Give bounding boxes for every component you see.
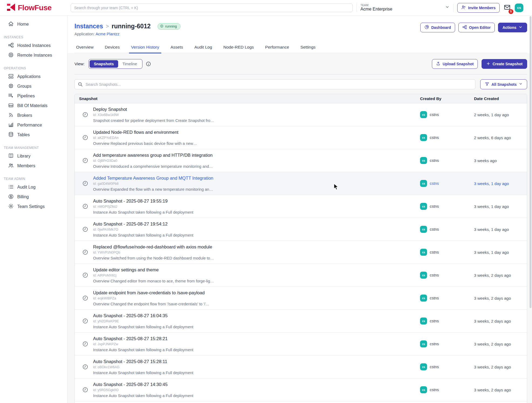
snapshot-id: id: yN2DReKP9E [93,319,193,323]
snapshot-search-input[interactable] [74,79,475,89]
applications-icon [8,73,14,80]
tab[interactable]: Assets [170,43,184,53]
creator-name: cstns [430,365,439,369]
chevron-down-icon [519,82,523,87]
toggle-snapshots[interactable]: Snapshots [90,60,118,68]
snapshot-description: Instance Auto Snapshot taken following a… [93,325,193,329]
sidebar-item-brokers[interactable]: Brokers [0,111,67,120]
table-row[interactable]: Auto Snapshot - 2025-08-27 19:54:12 id: … [75,218,527,241]
team-search-input[interactable] [71,4,353,12]
table-row[interactable]: Update endpoint from /save-credentials t… [75,287,527,310]
sidebar-item-bill-of-materials[interactable]: Bill Of Materials [0,101,67,111]
sidebar-item-team-settings[interactable]: Team Settings [0,202,67,211]
snapshot-title[interactable]: Auto Snapshot - 2025-08-27 15:28:21 [93,336,193,341]
tab[interactable]: Overview [76,43,94,53]
notification-count-badge: 5 [509,9,513,14]
breadcrumb-instances-link[interactable]: Instances [74,23,103,30]
snapshot-title[interactable]: Auto Snapshot - 2025-08-27 15:28:11 [93,359,193,364]
tab[interactable]: Audit Log [194,43,213,53]
upload-snapshot-label: Upload Snapshot [443,62,474,66]
actions-button-label: Actions [503,25,516,30]
tab[interactable]: Version History [131,43,160,53]
snapshot-description: Overview Changed the endpoint flow from … [93,302,209,306]
table-row[interactable]: Updated Node-RED flows and environment i… [75,126,527,149]
vertical-scrollbar[interactable] [530,16,531,308]
info-icon[interactable] [146,61,151,67]
table-row[interactable]: Deploy Snapshot id: X3o6Bw1k9W Snapshot … [75,103,527,126]
creator-name: cstns [430,250,439,254]
creator-name: cstns [430,227,439,231]
divider [74,74,527,74]
date-created: 2 weeks, 6 days ago [474,135,527,140]
sidebar-item-groups[interactable]: Groups [0,81,67,91]
upload-icon [436,61,441,67]
audit-log-icon [8,184,14,191]
team-selector[interactable]: TEAM: Acme Enterprise [360,4,449,12]
table-row[interactable]: Auto Snapshot - 2025-08-27 15:28:11 id: … [75,356,527,378]
sidebar-item-label: Team Settings [17,204,45,209]
open-editor-button[interactable]: Open Editor [458,23,495,32]
tab[interactable]: Performance [265,43,290,53]
snapshot-id: id: X3o6Bw1k9W [93,113,214,117]
actions-button[interactable]: Actions [498,23,527,32]
snapshot-title[interactable]: Added Temperature Awareness Group and MQ… [93,176,213,181]
creator-avatar: cs [420,226,427,233]
sidebar-item-audit-log[interactable]: Audit Log [0,182,67,192]
sidebar-item-pipelines[interactable]: Pipelines [0,91,67,101]
snapshot-title[interactable]: Add temperature awareness group and HTTP… [93,153,213,158]
snapshot-title[interactable]: Auto Snapshot - 2025-08-27 16:04:35 [93,313,193,318]
sidebar-item-billing[interactable]: Billing [0,192,67,202]
sidebar-item-hosted-instances[interactable]: Hosted Instances [0,41,67,50]
table-row[interactable]: Add temperature awareness group and HTTP… [75,149,527,172]
notifications-button[interactable]: 5 [503,4,511,12]
breadcrumb: Instances > running-6012 running [74,23,180,30]
tab[interactable]: Devices [104,43,120,53]
library-icon [8,153,14,160]
snapshot-title[interactable]: Update editor settings and theme [93,267,214,272]
table-row[interactable]: Auto Snapshot - 2025-08-27 14:30:45 id: … [75,378,527,401]
snapshot-description: Overview Replaced previous basic device … [93,141,197,146]
sidebar-item-home[interactable]: Home [0,19,67,29]
sidebar-item-applications[interactable]: Applications [0,72,67,81]
table-row[interactable]: Auto Snapshot - 2025-08-27 15:28:21 id: … [75,333,527,356]
tab[interactable]: Settings [300,43,316,53]
snapshot-id: id: nMGP0jZ6dJ [93,205,193,209]
snapshot-title[interactable]: Updated Node-RED flows and environment [93,130,197,135]
invite-members-button[interactable]: Invite Members [457,3,500,13]
user-avatar[interactable]: cs [515,4,523,12]
toggle-timeline[interactable]: Timeline [118,60,141,68]
dashboard-button[interactable]: Dashboard [420,23,455,32]
column-header-created-by: Created By [420,96,474,101]
all-snapshots-filter-button[interactable]: All Snapshots [480,79,527,89]
snapshot-title[interactable]: Auto Snapshot - 2025-08-27 14:30:45 [93,382,193,387]
snapshot-title[interactable]: Deploy Snapshot [93,107,214,112]
funnel-icon [485,82,489,87]
table-row[interactable]: Add HTTP endpoint for saving credentials… [75,401,527,403]
sidebar-item-library[interactable]: Library [0,151,67,161]
sidebar-item-tables[interactable]: Tables [0,130,67,140]
sidebar-item-members[interactable]: Members [0,161,67,171]
tab[interactable]: Node-RED Logs [223,43,254,53]
snapshot-title[interactable]: Auto Snapshot - 2025-08-27 19:54:12 [93,221,193,227]
flowfuse-logo[interactable]: FlowFuse [6,3,71,12]
table-row[interactable]: Added Temperature Awareness Group and MQ… [75,172,527,195]
snapshot-title[interactable]: Replaced @flowfuse/node-red-dashboard wi… [93,244,214,250]
snapshot-description: Overview Introduced a comprehensive temp… [93,164,213,169]
sidebar-item-remote-instances[interactable]: Remote Instances [0,50,67,60]
application-link[interactable]: Acme Plantzz [96,32,120,36]
clock-icon [82,364,88,370]
create-snapshot-button[interactable]: Create Snapshot [482,59,527,69]
snapshot-title[interactable]: Update endpoint from /save-credentials t… [93,290,209,295]
snapshot-title[interactable]: Auto Snapshot - 2025-08-27 19:55:19 [93,199,193,204]
chevron-down-icon[interactable] [445,5,449,10]
table-row[interactable]: Auto Snapshot - 2025-08-27 16:04:35 id: … [75,310,527,333]
editor-nodes-icon [462,25,467,30]
team-label: TEAM: [360,4,392,7]
table-row[interactable]: Auto Snapshot - 2025-08-27 19:55:19 id: … [75,195,527,218]
table-row[interactable]: Update editor settings and theme id: AlR… [75,264,527,287]
table-row[interactable]: Replaced @flowfuse/node-red-dashboard wi… [75,241,527,264]
sidebar-item-label: Home [17,22,29,27]
upload-snapshot-button[interactable]: Upload Snapshot [432,59,478,69]
creator-name: cstns [430,319,439,323]
sidebar-item-performance[interactable]: Performance [0,120,67,130]
